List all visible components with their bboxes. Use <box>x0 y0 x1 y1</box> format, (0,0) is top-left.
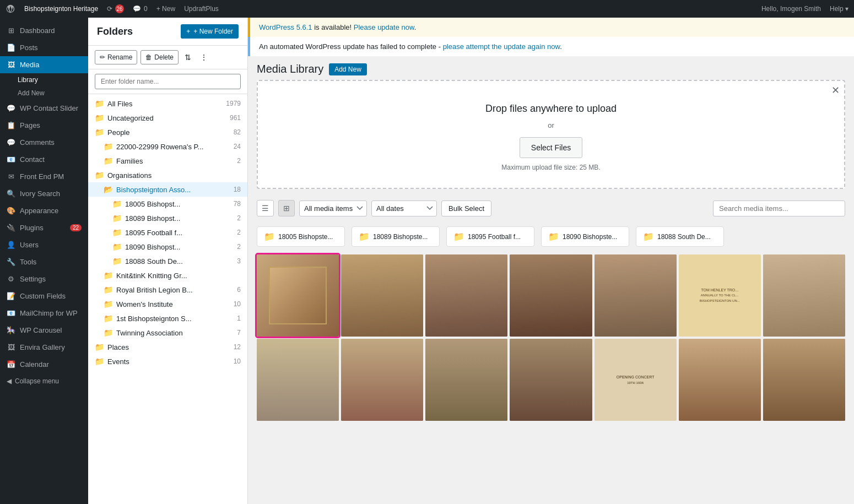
more-options-button[interactable]: ⋮ <box>197 50 210 64</box>
folder-item-uncategorized[interactable]: 📁 Uncategorized 961 <box>88 111 247 125</box>
folder-item-all-files[interactable]: 📁 All Files 1979 <box>88 96 247 111</box>
folder-bishopsteignton-icon: 📂 <box>104 185 113 194</box>
media-thumb-10[interactable] <box>425 339 507 421</box>
folder-item-18005[interactable]: 📁 18005 Bishopst... 78 <box>88 197 247 211</box>
media-thumb-6[interactable]: TOM HENLEY TRO...ANNUALLY TO THE CL...BI… <box>679 254 761 337</box>
delete-button[interactable]: 🗑 Delete <box>140 50 179 64</box>
sidebar-item-comments[interactable]: 💬 Comments <box>0 134 88 151</box>
updraftplus[interactable]: UpdraftPlus <box>184 5 219 13</box>
sidebar-item-wp-carousel[interactable]: 🎠 WP Carousel <box>0 322 88 339</box>
notice-attempt-update-link[interactable]: please attempt the update again now <box>443 42 560 51</box>
admin-bar: Bishopsteignton Heritage ⟳ 26 💬 0 + New … <box>0 0 854 18</box>
folder-item-organisations[interactable]: 📁 Organisations <box>88 168 247 182</box>
sidebar-item-mailchimp[interactable]: 📧 MailChimp for WP <box>0 305 88 322</box>
notice-update-link[interactable]: Please update now <box>354 23 414 31</box>
folder-item-knit-tink[interactable]: 📁 Knit&tinK Knitting Gr... <box>88 268 247 283</box>
media-folder-18088-icon: 📁 <box>643 231 654 242</box>
media-thumb-14[interactable] <box>763 339 845 421</box>
new-content[interactable]: + New <box>156 5 175 13</box>
sidebar-subitem-add-new[interactable]: Add New <box>0 86 88 100</box>
folder-all-files-name: All Files <box>107 100 223 108</box>
media-folder-18088[interactable]: 📁 18088 South De... <box>636 226 724 247</box>
media-folder-18089-icon: 📁 <box>359 231 370 242</box>
sidebar-item-users[interactable]: 👤 Users <box>0 236 88 253</box>
media-folder-18090-icon: 📁 <box>548 231 559 242</box>
comments-count[interactable]: 💬 0 <box>133 5 148 13</box>
folder-item-families[interactable]: 📁 Families 2 <box>88 154 247 168</box>
bulk-select-button[interactable]: Bulk Select <box>441 200 491 216</box>
media-folder-18090[interactable]: 📁 18090 Bishopste... <box>541 226 629 247</box>
site-name[interactable]: Bishopsteignton Heritage <box>24 5 98 13</box>
folder-search-input[interactable] <box>95 74 241 89</box>
page-title: Media Library <box>257 63 323 75</box>
media-thumb-5[interactable] <box>594 254 677 337</box>
calendar-icon: 📅 <box>7 360 15 368</box>
folder-organisations-icon: 📁 <box>95 171 104 180</box>
media-date-filter[interactable]: All dates January 2021 February 2021 <box>371 200 437 216</box>
folder-item-events[interactable]: 📁 Events 10 <box>88 354 247 368</box>
upload-content: Drop files anywhere to upload or Select … <box>258 81 844 188</box>
new-folder-button[interactable]: + + New Folder <box>181 24 239 39</box>
add-new-button[interactable]: Add New <box>329 63 367 75</box>
media-thumb-1[interactable] <box>257 254 339 337</box>
folder-item-places[interactable]: 📁 Places 12 <box>88 340 247 354</box>
folder-rowenas-icon: 📁 <box>104 142 113 151</box>
wp-logo[interactable] <box>6 4 15 14</box>
folder-places-icon: 📁 <box>95 343 104 351</box>
sidebar-item-front-end-pm[interactable]: ✉ Front End PM <box>0 168 88 185</box>
sidebar-item-dashboard[interactable]: ⊞ Dashboard <box>0 22 88 39</box>
media-thumb-11[interactable] <box>510 339 592 421</box>
sidebar-item-calendar[interactable]: 📅 Calendar <box>0 356 88 373</box>
media-folder-18089[interactable]: 📁 18089 Bishopste... <box>352 226 440 247</box>
plus-icon: + <box>186 28 190 35</box>
media-folder-18005[interactable]: 📁 18005 Bishopste... <box>257 226 345 247</box>
updates-count[interactable]: ⟳ 26 <box>107 4 124 13</box>
collapse-menu[interactable]: ◀ Collapse menu <box>0 373 88 389</box>
media-thumb-2[interactable] <box>341 254 423 337</box>
upload-close-button[interactable]: ✕ <box>831 85 840 95</box>
grid-view-button[interactable]: ⊞ <box>278 200 295 216</box>
folder-item-bishopsteignton-asso[interactable]: 📂 Bishopsteignton Asso... 18 <box>88 182 247 197</box>
folder-item-18090[interactable]: 📁 18090 Bishopst... 2 <box>88 240 247 254</box>
folder-item-1st-bishopsteignton[interactable]: 📁 1st Bishopsteignton S... 1 <box>88 311 247 326</box>
sidebar-item-wp-contact-slider[interactable]: 💬 WP Contact Slider <box>0 100 88 117</box>
sidebar-item-pages[interactable]: 📋 Pages <box>0 117 88 134</box>
sidebar-item-tools[interactable]: 🔧 Tools <box>0 253 88 270</box>
media-thumb-3[interactable] <box>425 254 507 337</box>
sidebar-item-contact[interactable]: 📧 Contact <box>0 151 88 168</box>
folder-item-18088[interactable]: 📁 18088 South De... 3 <box>88 254 247 268</box>
folder-item-18095[interactable]: 📁 18095 Football f... 2 <box>88 225 247 240</box>
notice-wp-version-link[interactable]: WordPress 5.6.1 <box>259 23 312 31</box>
media-thumb-4[interactable] <box>510 254 592 337</box>
sidebar-item-custom-fields[interactable]: 📝 Custom Fields <box>0 288 88 305</box>
sidebar-item-media[interactable]: 🖼 Media <box>0 56 88 73</box>
media-thumb-12[interactable]: OPENING CONCERT19TH 1936 <box>594 339 677 421</box>
sidebar-item-ivory-search[interactable]: 🔍 Ivory Search <box>0 185 88 202</box>
list-view-button[interactable]: ☰ <box>257 200 274 216</box>
folder-item-womens-institute[interactable]: 📁 Women's Institute 10 <box>88 297 247 311</box>
folder-item-18089[interactable]: 📁 18089 Bishopst... 2 <box>88 211 247 225</box>
media-thumb-9[interactable] <box>341 339 423 421</box>
search-media-input[interactable] <box>713 200 845 216</box>
select-files-button[interactable]: Select Files <box>520 137 582 158</box>
sort-button[interactable]: ⇅ <box>182 50 194 64</box>
folder-item-people[interactable]: 📁 People 82 <box>88 125 247 139</box>
media-thumb-8[interactable] <box>257 339 339 421</box>
media-type-filter[interactable]: All media items Images Audio Video Docum… <box>299 200 367 216</box>
folder-item-royal-british[interactable]: 📁 Royal British Legion B... 6 <box>88 283 247 297</box>
help-button[interactable]: Help ▾ <box>830 5 848 13</box>
folder-item-rowenas-p[interactable]: 📁 22000-22999 Rowena's P... 24 <box>88 139 247 154</box>
rename-button[interactable]: ✏ Rename <box>95 50 137 64</box>
folder-all-files-count: 1979 <box>226 100 241 107</box>
sidebar-item-plugins[interactable]: 🔌 Plugins 22 <box>0 219 88 236</box>
sidebar-item-envira-gallery[interactable]: 🖼 Envira Gallery <box>0 339 88 356</box>
folder-item-twinning[interactable]: 📁 Twinning Association 7 <box>88 326 247 340</box>
media-folder-18095[interactable]: 📁 18095 Football f... <box>446 226 534 247</box>
folder-womens-icon: 📁 <box>104 300 113 308</box>
sidebar-item-appearance[interactable]: 🎨 Appearance <box>0 202 88 219</box>
sidebar-subitem-library[interactable]: Library <box>0 73 88 86</box>
media-thumb-13[interactable] <box>679 339 761 421</box>
sidebar-item-settings[interactable]: ⚙ Settings <box>0 270 88 288</box>
sidebar-item-posts[interactable]: 📄 Posts <box>0 39 88 56</box>
media-thumb-7[interactable] <box>763 254 845 337</box>
